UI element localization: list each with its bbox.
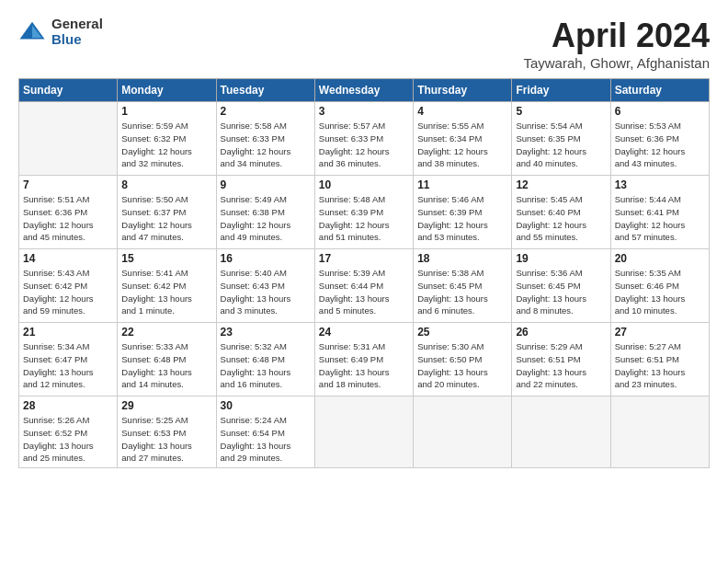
day-info: Sunrise: 5:50 AM Sunset: 6:37 PM Dayligh… — [121, 193, 211, 244]
table-row: 21Sunrise: 5:34 AM Sunset: 6:47 PM Dayli… — [19, 323, 118, 396]
day-number: 3 — [319, 105, 409, 118]
table-row — [19, 102, 118, 176]
day-header-thursday: Thursday — [414, 79, 512, 102]
day-info: Sunrise: 5:48 AM Sunset: 6:39 PM Dayligh… — [319, 193, 409, 244]
day-number: 5 — [516, 105, 606, 118]
week-row-4: 21Sunrise: 5:34 AM Sunset: 6:47 PM Dayli… — [19, 323, 710, 396]
table-row: 17Sunrise: 5:39 AM Sunset: 6:44 PM Dayli… — [314, 249, 413, 323]
table-row: 23Sunrise: 5:32 AM Sunset: 6:48 PM Dayli… — [216, 323, 314, 396]
table-row: 25Sunrise: 5:30 AM Sunset: 6:50 PM Dayli… — [414, 323, 512, 396]
table-row: 28Sunrise: 5:26 AM Sunset: 6:52 PM Dayli… — [19, 396, 118, 468]
table-row: 24Sunrise: 5:31 AM Sunset: 6:49 PM Dayli… — [314, 323, 413, 396]
table-row: 6Sunrise: 5:53 AM Sunset: 6:36 PM Daylig… — [610, 102, 709, 176]
day-info: Sunrise: 5:39 AM Sunset: 6:44 PM Dayligh… — [319, 267, 409, 317]
day-number: 16 — [221, 252, 311, 265]
table-row: 22Sunrise: 5:33 AM Sunset: 6:48 PM Dayli… — [118, 323, 216, 396]
day-info: Sunrise: 5:36 AM Sunset: 6:45 PM Dayligh… — [516, 267, 606, 317]
title-block: April 2024 Taywarah, Ghowr, Afghanistan — [523, 17, 710, 71]
day-info: Sunrise: 5:31 AM Sunset: 6:49 PM Dayligh… — [319, 340, 409, 391]
day-number: 8 — [121, 178, 211, 191]
calendar-container: General Blue April 2024 Taywarah, Ghowr,… — [0, 0, 728, 477]
day-number: 13 — [615, 178, 705, 191]
day-number: 20 — [615, 252, 705, 265]
week-row-1: 1Sunrise: 5:59 AM Sunset: 6:32 PM Daylig… — [19, 102, 710, 176]
table-row: 9Sunrise: 5:49 AM Sunset: 6:38 PM Daylig… — [216, 176, 314, 249]
day-number: 24 — [319, 326, 409, 339]
day-info: Sunrise: 5:40 AM Sunset: 6:43 PM Dayligh… — [221, 267, 311, 317]
table-row: 19Sunrise: 5:36 AM Sunset: 6:45 PM Dayli… — [512, 249, 610, 323]
table-row: 14Sunrise: 5:43 AM Sunset: 6:42 PM Dayli… — [19, 249, 118, 323]
day-number: 28 — [23, 399, 113, 412]
day-info: Sunrise: 5:44 AM Sunset: 6:41 PM Dayligh… — [615, 193, 705, 244]
day-number: 18 — [417, 252, 507, 265]
day-number: 10 — [319, 178, 409, 191]
day-info: Sunrise: 5:49 AM Sunset: 6:38 PM Dayligh… — [221, 193, 311, 244]
day-number: 6 — [615, 105, 705, 118]
day-number: 29 — [121, 399, 211, 412]
day-header-row: SundayMondayTuesdayWednesdayThursdayFrid… — [19, 79, 710, 102]
day-number: 11 — [417, 178, 507, 191]
day-number: 12 — [516, 178, 606, 191]
day-info: Sunrise: 5:55 AM Sunset: 6:34 PM Dayligh… — [417, 120, 507, 170]
day-number: 23 — [221, 326, 311, 339]
table-row — [512, 396, 610, 468]
table-row — [610, 396, 709, 468]
table-row — [314, 396, 413, 468]
table-row: 13Sunrise: 5:44 AM Sunset: 6:41 PM Dayli… — [610, 176, 709, 249]
day-number: 14 — [23, 252, 113, 265]
day-header-saturday: Saturday — [610, 79, 709, 102]
day-info: Sunrise: 5:43 AM Sunset: 6:42 PM Dayligh… — [23, 267, 113, 317]
day-info: Sunrise: 5:27 AM Sunset: 6:51 PM Dayligh… — [615, 340, 705, 391]
day-info: Sunrise: 5:26 AM Sunset: 6:52 PM Dayligh… — [23, 414, 113, 465]
day-info: Sunrise: 5:57 AM Sunset: 6:33 PM Dayligh… — [319, 120, 409, 170]
table-row: 8Sunrise: 5:50 AM Sunset: 6:37 PM Daylig… — [118, 176, 216, 249]
day-number: 1 — [121, 105, 211, 118]
calendar-title: April 2024 — [523, 17, 710, 55]
day-number: 25 — [417, 326, 507, 339]
table-row: 10Sunrise: 5:48 AM Sunset: 6:39 PM Dayli… — [314, 176, 413, 249]
day-info: Sunrise: 5:34 AM Sunset: 6:47 PM Dayligh… — [23, 340, 113, 391]
table-row: 30Sunrise: 5:24 AM Sunset: 6:54 PM Dayli… — [216, 396, 314, 468]
table-row: 29Sunrise: 5:25 AM Sunset: 6:53 PM Dayli… — [118, 396, 216, 468]
day-number: 30 — [221, 399, 311, 412]
table-row: 4Sunrise: 5:55 AM Sunset: 6:34 PM Daylig… — [414, 102, 512, 176]
table-row: 12Sunrise: 5:45 AM Sunset: 6:40 PM Dayli… — [512, 176, 610, 249]
day-header-wednesday: Wednesday — [314, 79, 413, 102]
header: General Blue April 2024 Taywarah, Ghowr,… — [18, 17, 710, 71]
day-info: Sunrise: 5:29 AM Sunset: 6:51 PM Dayligh… — [516, 340, 606, 391]
table-row: 20Sunrise: 5:35 AM Sunset: 6:46 PM Dayli… — [610, 249, 709, 323]
week-row-3: 14Sunrise: 5:43 AM Sunset: 6:42 PM Dayli… — [19, 249, 710, 323]
day-number: 7 — [23, 178, 113, 191]
table-row: 3Sunrise: 5:57 AM Sunset: 6:33 PM Daylig… — [314, 102, 413, 176]
table-row: 18Sunrise: 5:38 AM Sunset: 6:45 PM Dayli… — [414, 249, 512, 323]
day-number: 26 — [516, 326, 606, 339]
day-number: 4 — [417, 105, 507, 118]
day-number: 27 — [615, 326, 705, 339]
logo-blue-text: Blue — [51, 32, 103, 48]
day-info: Sunrise: 5:51 AM Sunset: 6:36 PM Dayligh… — [23, 193, 113, 244]
day-info: Sunrise: 5:58 AM Sunset: 6:33 PM Dayligh… — [221, 120, 311, 170]
day-info: Sunrise: 5:32 AM Sunset: 6:48 PM Dayligh… — [221, 340, 311, 391]
table-row — [414, 396, 512, 468]
week-row-2: 7Sunrise: 5:51 AM Sunset: 6:36 PM Daylig… — [19, 176, 710, 249]
day-number: 9 — [221, 178, 311, 191]
week-row-5: 28Sunrise: 5:26 AM Sunset: 6:52 PM Dayli… — [19, 396, 710, 468]
day-number: 17 — [319, 252, 409, 265]
day-info: Sunrise: 5:24 AM Sunset: 6:54 PM Dayligh… — [221, 414, 311, 465]
table-row: 2Sunrise: 5:58 AM Sunset: 6:33 PM Daylig… — [216, 102, 314, 176]
logo-icon — [18, 18, 46, 46]
day-info: Sunrise: 5:41 AM Sunset: 6:42 PM Dayligh… — [121, 267, 211, 317]
day-info: Sunrise: 5:46 AM Sunset: 6:39 PM Dayligh… — [417, 193, 507, 244]
day-info: Sunrise: 5:25 AM Sunset: 6:53 PM Dayligh… — [121, 414, 211, 465]
day-header-sunday: Sunday — [19, 79, 118, 102]
day-number: 19 — [516, 252, 606, 265]
logo-general-text: General — [51, 17, 103, 32]
table-row: 15Sunrise: 5:41 AM Sunset: 6:42 PM Dayli… — [118, 249, 216, 323]
day-info: Sunrise: 5:38 AM Sunset: 6:45 PM Dayligh… — [417, 267, 507, 317]
table-row: 7Sunrise: 5:51 AM Sunset: 6:36 PM Daylig… — [19, 176, 118, 249]
day-number: 15 — [121, 252, 211, 265]
day-info: Sunrise: 5:54 AM Sunset: 6:35 PM Dayligh… — [516, 120, 606, 170]
table-row: 5Sunrise: 5:54 AM Sunset: 6:35 PM Daylig… — [512, 102, 610, 176]
day-info: Sunrise: 5:45 AM Sunset: 6:40 PM Dayligh… — [516, 193, 606, 244]
table-row: 27Sunrise: 5:27 AM Sunset: 6:51 PM Dayli… — [610, 323, 709, 396]
